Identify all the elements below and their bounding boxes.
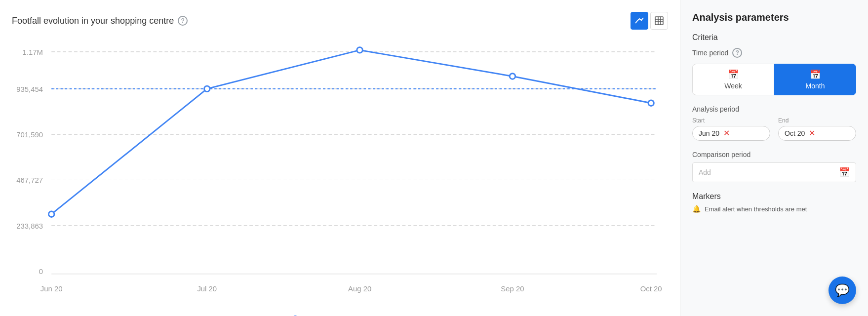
chart-toolbar — [631, 12, 668, 30]
comparison-section: Comparison period Add 📅 — [692, 151, 856, 182]
month-button[interactable]: 📅 Month — [774, 64, 856, 95]
time-period-label: Time period — [692, 49, 728, 57]
table-icon — [655, 16, 664, 25]
x-label-sep: Sep 20 — [501, 284, 524, 292]
week-label: Week — [724, 82, 742, 90]
y-label-6: 0 — [39, 267, 43, 276]
end-date-group: End Oct 20 ✕ — [778, 117, 856, 141]
month-calendar-icon: 📅 — [810, 69, 821, 80]
chart-area: 1.17M 935,454 701,590 467,727 233,863 0 — [12, 38, 668, 311]
x-label-oct: Oct 20 — [640, 284, 662, 292]
bell-icon: 🔔 — [692, 205, 701, 213]
data-point — [48, 211, 54, 217]
help-icon[interactable]: ? — [178, 16, 188, 26]
x-label-aug: Aug 20 — [348, 284, 371, 292]
date-inputs-row: Start Jun 20 ✕ End Oct 20 ✕ — [692, 117, 856, 141]
chart-title: Footfall evolution in your shopping cent… — [12, 16, 174, 26]
analysis-period-label: Analysis period — [692, 105, 856, 113]
start-date-group: Start Jun 20 ✕ — [692, 117, 770, 141]
markers-email-row: 🔔 Email alert when thresholds are met — [692, 205, 856, 213]
markers-email-text: Email alert when thresholds are met — [705, 205, 807, 213]
comparison-input[interactable]: Add 📅 — [692, 162, 856, 182]
data-point — [648, 100, 654, 106]
data-point — [357, 47, 362, 53]
start-label: Start — [692, 117, 770, 124]
chart-view-button[interactable] — [631, 12, 648, 30]
comparison-period-label: Comparison period — [692, 151, 856, 158]
chart-header: Footfall evolution in your shopping cent… — [12, 12, 668, 30]
data-point — [204, 86, 210, 92]
data-point — [510, 74, 515, 79]
week-calendar-icon: 📅 — [728, 69, 739, 80]
x-label-jun: Jun 20 — [40, 284, 63, 292]
time-period-buttons: 📅 Week 📅 Month — [692, 64, 856, 95]
time-period-row: Time period ? — [692, 48, 856, 58]
footfall-line — [51, 50, 651, 214]
chart-panel: Footfall evolution in your shopping cent… — [0, 0, 680, 316]
sidebar-title: Analysis parameters — [692, 12, 856, 23]
chart-svg: 1.17M 935,454 701,590 467,727 233,863 0 — [12, 38, 668, 311]
markers-title: Markers — [692, 192, 856, 201]
end-date-field[interactable]: Oct 20 ✕ — [778, 126, 856, 141]
table-view-button[interactable] — [650, 12, 668, 30]
comparison-calendar-icon: 📅 — [839, 167, 850, 178]
time-period-help-icon[interactable]: ? — [732, 48, 742, 58]
end-date-value: Oct 20 — [785, 129, 805, 137]
y-label-4: 467,727 — [16, 176, 43, 184]
end-date-clear-button[interactable]: ✕ — [809, 129, 815, 137]
sidebar: Analysis parameters Criteria Time period… — [680, 0, 868, 316]
y-label-5: 233,863 — [16, 222, 43, 230]
x-label-jul: Jul 20 — [197, 284, 217, 292]
analysis-period-section: Analysis period Start Jun 20 ✕ End Oct 2… — [692, 105, 856, 141]
y-label-1: 1.17M — [23, 48, 43, 56]
chart-title-row: Footfall evolution in your shopping cent… — [12, 16, 188, 26]
line-chart-icon — [635, 16, 644, 25]
start-date-field[interactable]: Jun 20 ✕ — [692, 126, 770, 141]
svg-rect-0 — [655, 17, 663, 25]
end-label: End — [778, 117, 856, 124]
month-label: Month — [806, 82, 825, 90]
y-label-2: 935,454 — [16, 85, 43, 93]
start-date-value: Jun 20 — [699, 129, 719, 137]
week-button[interactable]: 📅 Week — [692, 64, 774, 95]
markers-section: Markers 🔔 Email alert when thresholds ar… — [692, 192, 856, 213]
start-date-clear-button[interactable]: ✕ — [723, 129, 730, 137]
criteria-label: Criteria — [692, 33, 856, 42]
comparison-placeholder: Add — [699, 168, 711, 176]
y-label-3: 701,590 — [16, 130, 43, 139]
chat-fab-button[interactable]: 💬 — [829, 276, 856, 304]
criteria-section: Criteria Time period ? 📅 Week 📅 Month — [692, 33, 856, 95]
